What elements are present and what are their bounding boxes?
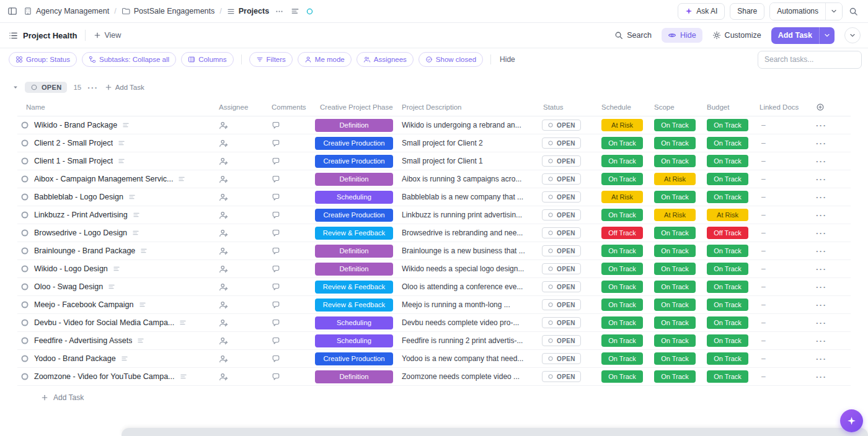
task-search-input[interactable] [758,51,862,69]
table-row[interactable]: Linkbuzz - Print Advertising Creative Pr… [17,206,851,224]
schedule-pill[interactable]: On Track [601,370,643,383]
comment-icon[interactable] [272,354,280,363]
status-pill[interactable]: OPEN [542,263,581,274]
budget-pill[interactable]: On Track [707,119,748,131]
table-row[interactable]: Meejo - Facebook Campaign Review & Feedb… [17,296,851,314]
column-header-comments[interactable]: Comments [267,103,315,111]
breadcrumb-more-button[interactable] [274,6,285,17]
budget-pill[interactable]: On Track [707,370,748,383]
row-more-button[interactable]: ··· [816,121,827,130]
collapse-viewbar-button[interactable] [844,27,861,43]
phase-pill[interactable]: Review & Feedback [315,299,393,312]
status-pill[interactable]: OPEN [542,209,581,220]
row-more-button[interactable]: ··· [816,264,827,274]
phase-pill[interactable]: Review & Feedback [315,281,393,294]
budget-pill[interactable]: On Track [707,281,748,293]
comment-icon[interactable] [272,121,280,129]
project-description[interactable]: Aibox is running 3 campaigns acro... [402,175,521,183]
column-header-linked-docs[interactable]: Linked Docs [755,103,806,111]
ask-ai-button[interactable]: Ask AI [678,3,725,20]
status-pill[interactable]: OPEN [542,155,581,167]
add-task-footer-button[interactable]: Add Task [41,393,868,402]
add-task-dropdown-button[interactable] [819,27,835,44]
add-assignee-icon[interactable] [219,229,228,238]
share-button[interactable]: Share [730,3,764,20]
table-row[interactable]: Wikido - Brand Package Definition Wikido… [17,116,851,134]
columns-pill[interactable]: Columns [181,52,233,67]
budget-pill[interactable]: On Track [707,155,748,167]
budget-pill[interactable]: On Track [707,263,748,275]
task-name[interactable]: Brainlounge - Brand Package [34,246,135,255]
schedule-pill[interactable]: At Risk [601,191,643,203]
table-row[interactable]: Devbu - Video for Social Media Campa... … [17,314,851,332]
column-header-budget[interactable]: Budget [702,103,755,111]
task-name[interactable]: Zoomzone - Video for YouTube Campa... [34,372,175,381]
schedule-pill[interactable]: On Track [601,173,643,185]
column-header-name[interactable]: Name [17,103,214,111]
phase-pill[interactable]: Scheduling [315,316,393,329]
scope-pill[interactable]: On Track [654,227,696,239]
row-more-button[interactable]: ··· [816,175,827,184]
scope-pill[interactable]: On Track [654,245,696,257]
ai-fab-button[interactable] [840,409,863,432]
scope-pill[interactable]: On Track [654,316,696,329]
budget-pill[interactable]: At Risk [707,209,748,221]
add-assignee-icon[interactable] [219,282,228,292]
task-name[interactable]: Oloo - Swag Design [34,282,103,291]
customize-button[interactable]: Customize [712,31,761,40]
table-row[interactable]: Zoomzone - Video for YouTube Campa... De… [17,368,851,386]
row-more-button[interactable]: ··· [816,336,827,346]
task-name[interactable]: Babbleblab - Logo Design [34,193,123,201]
comment-icon[interactable] [272,300,280,309]
subtasks-pill[interactable]: Subtasks: Collapse all [82,52,176,67]
task-status-icon[interactable] [20,264,29,273]
table-row[interactable]: Client 1 - Small Project Creative Produc… [17,152,851,170]
add-assignee-icon[interactable] [219,354,228,364]
sidebar-toggle-button[interactable] [6,5,19,17]
filters-pill[interactable]: Filters [249,52,293,67]
phase-pill[interactable]: Definition [315,245,393,258]
comment-icon[interactable] [272,264,280,273]
row-more-button[interactable]: ··· [816,372,827,381]
assignees-pill[interactable]: Assignees [356,52,414,67]
task-status-icon[interactable] [20,246,29,255]
comment-icon[interactable] [272,211,280,219]
scope-pill[interactable]: At Risk [654,209,696,221]
comment-icon[interactable] [272,336,280,345]
status-pill[interactable]: OPEN [542,299,581,310]
schedule-pill[interactable]: On Track [601,352,643,365]
schedule-pill[interactable]: At Risk [601,119,643,131]
table-row[interactable]: Babbleblab - Logo Design Scheduling Babb… [17,188,851,206]
task-status-icon[interactable] [20,193,29,201]
project-description[interactable]: Wikido is undergoing a rebrand an... [402,121,521,129]
task-status-icon[interactable] [20,139,29,147]
row-more-button[interactable]: ··· [816,300,827,310]
comment-icon[interactable] [272,139,280,147]
phase-pill[interactable]: Creative Production [315,137,393,150]
column-header-description[interactable]: Project Description [397,103,538,111]
task-status-icon[interactable] [20,157,29,165]
task-status-icon[interactable] [20,211,29,219]
task-status-icon[interactable] [20,282,29,291]
comment-icon[interactable] [272,246,280,255]
project-description[interactable]: Yodoo is a new company that need... [402,354,523,363]
task-status-icon[interactable] [20,336,29,345]
comment-icon[interactable] [272,229,280,237]
group-by-pill[interactable]: Group: Status [9,52,77,67]
add-assignee-icon[interactable] [219,157,228,166]
add-assignee-icon[interactable] [219,318,228,328]
task-name[interactable]: Wikido - Brand Package [34,121,117,129]
topbar-search-button[interactable] [848,6,859,17]
column-header-status[interactable]: Status [538,103,596,111]
scope-pill[interactable]: On Track [654,370,696,383]
comment-icon[interactable] [272,193,280,201]
row-more-button[interactable]: ··· [816,211,827,220]
phase-pill[interactable]: Definition [315,119,393,132]
schedule-pill[interactable]: On Track [601,245,643,257]
scope-pill[interactable]: On Track [654,352,696,365]
row-more-button[interactable]: ··· [816,318,827,328]
add-assignee-icon[interactable] [219,139,228,148]
add-assignee-icon[interactable] [219,336,228,346]
search-button[interactable]: Search [614,31,652,40]
scope-pill[interactable]: On Track [654,281,696,293]
